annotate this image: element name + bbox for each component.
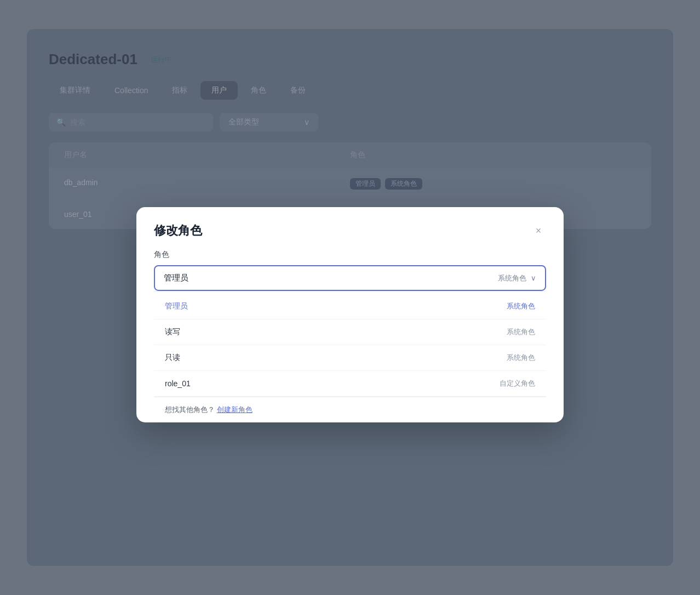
role-field-label: 角色 xyxy=(154,250,546,260)
modal-title: 修改角色 xyxy=(154,222,202,239)
dropdown-footer: 想找其他角色？ 创建新角色 xyxy=(154,397,546,422)
item-type-readwrite: 系统角色 xyxy=(507,327,535,337)
create-role-link[interactable]: 创建新角色 xyxy=(217,405,253,414)
modal-body: 角色 管理员 系统角色 ∨ 管理员 系统角色 读写 系统角色 xyxy=(136,250,564,422)
item-type-readonly: 系统角色 xyxy=(507,353,535,363)
item-name-readwrite: 读写 xyxy=(165,327,180,337)
dropdown-item-readwrite[interactable]: 读写 系统角色 xyxy=(154,319,546,345)
app-container: Dedicated-01 运行中 集群详情 Collection 指标 用户 角… xyxy=(27,29,673,566)
modal-close-button[interactable]: × xyxy=(531,223,546,238)
dropdown-divider xyxy=(154,291,546,291)
footer-text: 想找其他角色？ xyxy=(165,405,215,414)
role-select-tag: 系统角色 xyxy=(498,273,526,283)
role-select-right: 系统角色 ∨ xyxy=(498,273,536,283)
chevron-down-icon: ∨ xyxy=(531,274,536,282)
item-name-role01: role_01 xyxy=(165,379,191,388)
item-type-role01: 自定义角色 xyxy=(500,379,535,388)
role-select-value: 管理员 xyxy=(164,273,188,283)
role-dropdown: 管理员 系统角色 读写 系统角色 只读 系统角色 role_01 自定义角色 想… xyxy=(154,291,546,422)
role-select-trigger[interactable]: 管理员 系统角色 ∨ xyxy=(154,265,546,291)
item-type-admin: 系统角色 xyxy=(507,301,535,311)
dropdown-item-role01[interactable]: role_01 自定义角色 xyxy=(154,371,546,397)
modal-change-role: 修改角色 × 角色 管理员 系统角色 ∨ 管理员 系统角色 读写 xyxy=(136,207,564,422)
dropdown-item-readonly[interactable]: 只读 系统角色 xyxy=(154,345,546,371)
dropdown-item-admin[interactable]: 管理员 系统角色 xyxy=(154,294,546,319)
item-name-readonly: 只读 xyxy=(165,353,180,363)
modal-header: 修改角色 × xyxy=(136,207,564,250)
item-name-admin: 管理员 xyxy=(165,301,188,311)
